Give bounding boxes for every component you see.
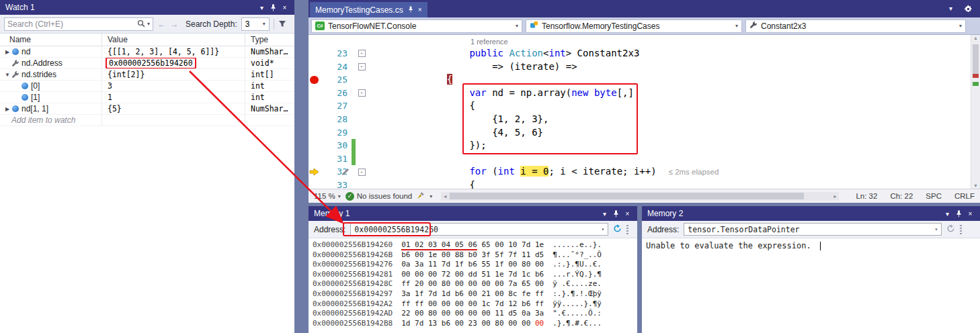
watch-titlebar[interactable]: Watch 1 ▾ ×: [0, 0, 294, 15]
watch-row[interactable]: ▼nd.strides{int[2]}int[]: [0, 69, 294, 81]
close-icon[interactable]: ×: [622, 210, 633, 218]
code-token: [424, 166, 469, 177]
code-token: [588, 87, 594, 98]
watch-add-row[interactable]: Add item to watch: [0, 115, 294, 126]
refresh-icon[interactable]: [613, 224, 622, 236]
pin-icon[interactable]: [268, 3, 279, 11]
chevron-down-icon[interactable]: ▾: [599, 210, 610, 218]
column-header-name[interactable]: Name: [0, 34, 102, 46]
code-text: {: [368, 73, 452, 87]
watch-row[interactable]: [1]1int: [0, 92, 294, 103]
chevron-down-icon[interactable]: ▾: [935, 226, 938, 232]
breakpoint-margin[interactable]: [309, 139, 321, 152]
scroll-right-icon[interactable]: ►: [831, 192, 839, 201]
breakpoint-margin[interactable]: [309, 99, 321, 113]
expand-icon[interactable]: ▶: [3, 49, 11, 55]
fold-margin: [356, 99, 368, 113]
code-text: {: [368, 179, 475, 189]
chevron-down-icon[interactable]: ▾: [256, 4, 268, 11]
breakpoint-margin[interactable]: [309, 152, 321, 166]
fold-collapse-icon[interactable]: -: [358, 89, 366, 97]
breakpoint-margin[interactable]: [309, 60, 321, 74]
pin-icon[interactable]: [610, 209, 622, 218]
scrollbar-thumb[interactable]: [450, 193, 804, 199]
horizontal-scrollbar[interactable]: ◄ ►: [441, 192, 839, 201]
memory1-address-input[interactable]: 0x000002556B194260 ▾: [350, 223, 608, 236]
breakpoint-margin[interactable]: [309, 179, 321, 189]
watch-row[interactable]: [0]3int: [0, 81, 294, 92]
health-text: No issues found: [357, 192, 412, 200]
watch-row[interactable]: ▶nd[1, 1]{5}NumShar…: [0, 103, 294, 115]
column-header-value[interactable]: Value: [102, 34, 245, 46]
fold-collapse-icon[interactable]: -: [358, 169, 366, 176]
breakpoint-margin[interactable]: [309, 47, 321, 60]
chevron-down-icon[interactable]: ▾: [430, 193, 432, 199]
chevron-down-icon[interactable]: ▾: [945, 5, 956, 12]
watch-name: nd.strides: [22, 70, 56, 79]
search-icon[interactable]: [137, 18, 145, 30]
search-prev-icon[interactable]: ←: [157, 19, 166, 29]
project-name: TensorFlowNET.Console: [328, 21, 512, 31]
close-icon[interactable]: ×: [418, 6, 422, 13]
watch-value-cell: [102, 115, 245, 126]
memory-ascii: ÿÿ.....}.¶ÿ: [553, 299, 602, 308]
code-lines: 1 reference23- public Action<int> Consta…: [309, 35, 971, 189]
search-input[interactable]: Search (Ctrl+E) ▾: [4, 17, 153, 31]
breakpoint-icon[interactable]: [309, 73, 321, 87]
watch-row[interactable]: nd.Address0x000002556b194260void*: [0, 58, 294, 69]
document-health-indicator[interactable]: ✓ No issues found: [345, 192, 412, 201]
scroll-down-icon[interactable]: ▼: [971, 183, 980, 188]
search-depth-select[interactable]: 3 ▾: [241, 17, 270, 31]
scrollbar-thumb[interactable]: [973, 44, 979, 77]
chevron-down-icon[interactable]: ▾: [602, 226, 605, 232]
member-dropdown[interactable]: Constant2x3 ▾: [745, 19, 966, 33]
breakpoint-margin[interactable]: [309, 126, 321, 140]
line-number: 24: [321, 60, 352, 74]
codelens-references[interactable]: 1 reference: [471, 38, 508, 46]
memory2-titlebar[interactable]: Memory 2 ▾ ×: [642, 206, 980, 221]
fold-collapse-icon[interactable]: -: [358, 63, 366, 70]
zoom-control[interactable]: 115 % ▾: [314, 192, 341, 200]
tab-memorytestingcases[interactable]: MemoryTestingCases.cs ×: [310, 2, 427, 17]
memory2-address-input[interactable]: tensor.TensorDataPointer ▾: [684, 223, 942, 236]
close-icon[interactable]: ×: [279, 4, 290, 11]
current-statement-icon[interactable]: [309, 165, 321, 179]
gear-icon[interactable]: [963, 5, 974, 13]
filter-icon[interactable]: [278, 18, 286, 30]
breakpoint-margin[interactable]: [309, 87, 321, 100]
chevron-down-icon[interactable]: ▾: [147, 21, 150, 27]
code-text: {: [368, 99, 475, 113]
vertical-scrollbar[interactable]: ▲ ▼: [971, 35, 980, 189]
property-wrench-icon: [11, 70, 19, 79]
fold-margin: -: [356, 47, 368, 60]
column-header-type[interactable]: Type: [245, 34, 294, 46]
memory1-titlebar[interactable]: Memory 1 ▾ ×: [309, 206, 637, 221]
collapse-icon[interactable]: ▼: [3, 72, 11, 78]
search-next-icon[interactable]: →: [170, 19, 179, 29]
code-token: ; i < iterate; i++): [548, 166, 656, 177]
toolbar-separator: [274, 19, 274, 30]
memory-row: 0x000002556B19428100 00 00 72 00 dd 51 1…: [313, 270, 637, 280]
pin-icon[interactable]: [953, 209, 965, 218]
memory1-content[interactable]: 0x000002556B19426001 02 03 04 05 06 65 0…: [309, 238, 637, 333]
refresh-icon[interactable]: [946, 224, 955, 236]
code-token: int: [548, 48, 565, 58]
code-editor[interactable]: 1 reference23- public Action<int> Consta…: [309, 35, 980, 189]
scroll-up-icon[interactable]: ▲: [971, 36, 980, 40]
code-line: 26- var nd = np.array(new byte[,]: [309, 87, 971, 100]
line-number: 28: [321, 113, 352, 126]
class-dropdown[interactable]: Tensorflow.MemoryTestingCases ▾: [526, 19, 742, 33]
chevron-down-icon[interactable]: ▾: [942, 210, 953, 218]
breakpoint-margin[interactable]: [309, 113, 321, 126]
project-dropdown[interactable]: C# TensorFlowNET.Console ▾: [311, 19, 522, 33]
code-cleanup-icon[interactable]: [417, 191, 425, 201]
close-icon[interactable]: ×: [965, 210, 976, 218]
breakpoint-dot[interactable]: [310, 76, 319, 85]
scroll-left-icon[interactable]: ◄: [441, 192, 449, 201]
memory2-content[interactable]: Unable to evaluate the expression.: [642, 238, 980, 333]
watch-row[interactable]: ▶nd{[[1, 2, 3], [4, 5, 6]]}NumShar…: [0, 46, 294, 58]
memory-row: 0x000002556B1942760a 3a 11 7d 1f b6 55 1…: [313, 260, 637, 270]
fold-collapse-icon[interactable]: -: [358, 50, 366, 57]
expand-icon[interactable]: ▶: [3, 106, 11, 112]
pin-icon[interactable]: [408, 6, 413, 14]
